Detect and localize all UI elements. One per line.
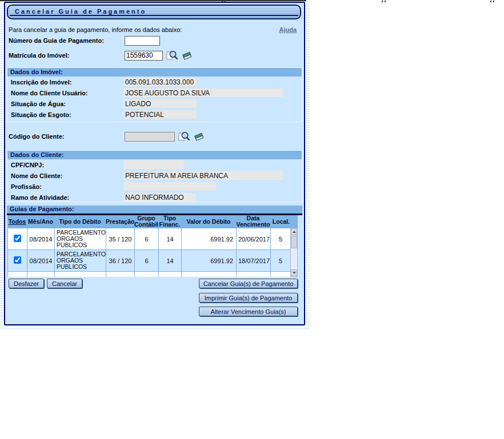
cell-valor-debito <box>182 272 237 277</box>
select-all-link: Todos <box>9 218 26 225</box>
cell-tipo-debito: PARCELAMENTO <box>55 272 106 277</box>
column-todos[interactable]: Todos <box>7 215 27 228</box>
cell-prestacao: 36 / 120 <box>106 250 135 272</box>
situacao-esgoto-label: Situação de Esgoto: <box>11 111 123 118</box>
cell-local: 5 <box>271 250 291 272</box>
cpf-value <box>123 160 183 169</box>
situacao-agua-row: Situação de Água: LIGADO <box>7 98 302 109</box>
cell-prestacao <box>106 272 135 277</box>
clipped-glyph <box>490 1 494 2</box>
inscricao-value: 005.091.033.1033.000 <box>123 78 197 86</box>
guias-table-header: Todos Mês/Ano Tipo do Débito Prestação G… <box>7 215 298 228</box>
column-grupo-contabil: Grupo Contábil <box>134 215 158 228</box>
cell-tipo-debito: PARCELAMENTO ORGAOS PUBLICOS <box>55 250 106 272</box>
nome-cliente-value: PREFEITURA M AREIA BRANCA <box>123 171 283 180</box>
column-local: Local. <box>270 215 298 228</box>
cell-grupo-contabil: 6 <box>135 250 159 272</box>
numero-guia-input[interactable] <box>125 36 160 46</box>
ramo-atividade-label: Ramo de Atividade: <box>11 194 123 201</box>
dados-imovel-section: Dados do Imóvel: Inscrição do Imóvel: 00… <box>7 67 302 122</box>
profissao-row: Profissão: <box>7 181 302 192</box>
eraser-icon[interactable] <box>194 132 204 142</box>
cell-prestacao: 35 / 120 <box>106 228 135 250</box>
codigo-cliente-label: Código do Cliente: <box>9 133 125 140</box>
desfazer-button[interactable]: Desfazer <box>9 279 44 288</box>
dados-cliente-header: Dados do Cliente: <box>7 151 302 159</box>
table-scrollbar[interactable] <box>290 228 298 277</box>
imprimir-guias-button[interactable]: Imprimir Guia(s) de Pagamento <box>199 293 298 303</box>
situacao-esgoto-row: Situação de Esgoto: POTENCIAL <box>7 109 302 120</box>
column-valor-debito: Valor do Débito <box>181 215 236 228</box>
codigo-cliente-row: Código do Cliente: <box>9 131 204 142</box>
nome-cliente-row: Nome do Cliente: PREFEITURA M AREIA BRAN… <box>7 170 302 181</box>
nome-usuario-value: JOSE AUGUSTO DA SILVA <box>123 88 283 97</box>
cell-tipo-financ: 14 <box>159 250 182 272</box>
cancelar-guias-button[interactable]: Cancelar Guia(s) de Pagamento <box>199 279 298 288</box>
guia-checkbox[interactable] <box>14 235 21 242</box>
column-tipo-debito: Tipo do Débito <box>54 215 106 228</box>
inscricao-label: Inscrição do Imóvel: <box>11 79 123 86</box>
dados-imovel-header: Dados do Imóvel: <box>7 68 302 76</box>
cell-data-vencimento: 20/06/2017 <box>237 228 271 250</box>
page-title: Cancelar Guia de Pagamento <box>15 8 146 15</box>
cell-grupo-contabil: 6 <box>135 228 159 250</box>
column-mes-ano: Mês/Ano <box>27 215 54 228</box>
cell-tipo-financ: 14 <box>159 228 182 250</box>
table-row: PARCELAMENTO <box>8 272 291 277</box>
nome-usuario-label: Nome do Cliente Usuário: <box>11 90 123 96</box>
eraser-icon[interactable] <box>182 51 192 61</box>
matricula-label: Matrícula do Imóvel: <box>9 52 125 59</box>
cell-grupo-contabil <box>135 272 159 277</box>
cpf-row: CPF/CNPJ: <box>7 159 302 170</box>
instruction-text: Para cancelar a guia de pagamento, infor… <box>9 26 182 33</box>
cell-local <box>271 272 291 277</box>
cell-valor-debito: 6991.92 <box>182 228 237 250</box>
title-underline <box>10 15 298 16</box>
window-title-bar: Cancelar Guia de Pagamento <box>7 5 301 19</box>
profissao-value <box>123 182 216 191</box>
inscricao-row: Inscrição do Imóvel: 005.091.033.1033.00… <box>7 76 302 87</box>
clipped-glyph <box>382 1 386 2</box>
numero-guia-label: Número da Guia de Pagamento: <box>9 37 125 44</box>
table-row: 08/2014 PARCELAMENTO ORGAOS PUBLICOS 36 … <box>8 250 291 272</box>
scroll-up-icon[interactable] <box>291 228 297 235</box>
cell-valor-debito: 6991.92 <box>182 250 237 272</box>
cell-tipo-debito: PARCELAMENTO ORGAOS PUBLICOS <box>55 228 106 250</box>
cpf-label: CPF/CNPJ: <box>11 162 123 168</box>
ramo-atividade-value: NAO INFORMADO <box>123 193 196 202</box>
scrollbar-track[interactable] <box>291 248 297 269</box>
column-data-vencimento: Data Vencimento <box>236 215 270 228</box>
cancelar-button[interactable]: Cancelar <box>47 279 82 288</box>
numero-guia-row: Número da Guia de Pagamento: <box>9 35 160 46</box>
situacao-agua-value: LIGADO <box>123 99 197 108</box>
scrollbar-thumb[interactable] <box>291 236 297 248</box>
column-tipo-financ: Tipo Financ. <box>158 215 181 228</box>
cell-local: 5 <box>271 228 291 250</box>
guia-checkbox[interactable] <box>14 256 21 264</box>
ramo-atividade-row: Ramo de Atividade: NAO INFORMADO <box>7 192 302 203</box>
table-row: 08/2014 PARCELAMENTO ORGAOS PUBLICOS 35 … <box>8 228 291 250</box>
matricula-input[interactable] <box>125 51 163 61</box>
dados-cliente-section: Dados do Cliente: CPF/CNPJ: Nome do Clie… <box>7 150 302 202</box>
nome-usuario-row: Nome do Cliente Usuário: JOSE AUGUSTO DA… <box>7 87 302 98</box>
cell-data-vencimento <box>237 272 271 277</box>
search-icon[interactable] <box>178 131 190 142</box>
cell-tipo-financ <box>159 272 182 277</box>
guias-table: Todos Mês/Ano Tipo do Débito Prestação G… <box>7 215 298 277</box>
clipped-top-content <box>0 0 306 1</box>
cell-mes-ano: 08/2014 <box>27 250 55 272</box>
column-prestacao: Prestação <box>106 215 134 228</box>
cancelar-guia-window: Cancelar Guia de Pagamento Para cancelar… <box>4 2 305 325</box>
alterar-vencimento-button[interactable]: Alterar Vencimento Guia(s) <box>199 307 298 316</box>
search-icon[interactable] <box>166 50 178 61</box>
cell-mes-ano: 08/2014 <box>27 228 55 250</box>
cell-mes-ano <box>27 272 55 277</box>
nome-cliente-label: Nome do Cliente: <box>11 172 123 179</box>
cell-data-vencimento: 18/07/2017 <box>237 250 271 272</box>
scroll-down-icon[interactable] <box>291 269 297 276</box>
instruction-row: Para cancelar a guia de pagamento, infor… <box>9 26 301 33</box>
guias-pagamento-header: Guias de Pagamento: <box>7 206 302 214</box>
codigo-cliente-input <box>125 132 175 142</box>
help-link[interactable]: Ajuda <box>279 26 297 33</box>
situacao-agua-label: Situação de Água: <box>11 100 123 107</box>
